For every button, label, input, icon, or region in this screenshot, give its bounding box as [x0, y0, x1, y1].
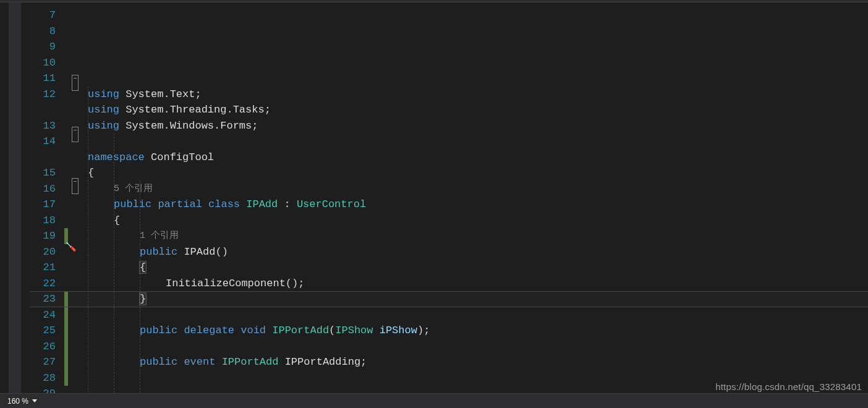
text-caret — [146, 293, 147, 305]
code-line[interactable]: namespace ConfigTool — [88, 150, 868, 166]
code-editor[interactable]: 789101112 1314 1516171819202122232425262… — [0, 2, 868, 396]
code-content[interactable]: using System.Text;using System.Threading… — [82, 2, 868, 396]
line-number[interactable]: 26 — [21, 339, 56, 355]
line-number[interactable]: 15 — [21, 165, 56, 181]
line-number[interactable]: 23 — [21, 291, 56, 307]
line-number[interactable]: 25 — [21, 323, 56, 339]
line-number[interactable]: 14 — [21, 134, 56, 150]
code-line[interactable]: public event IPPortAdd IPPortAdding; — [88, 354, 868, 370]
code-line[interactable]: public IPAdd() — [88, 244, 868, 260]
fold-gutter[interactable] — [68, 2, 82, 396]
line-number[interactable]: 20 — [21, 244, 56, 260]
line-number[interactable]: 24 — [21, 307, 56, 323]
line-number[interactable]: 21 — [21, 260, 56, 276]
code-line[interactable] — [88, 339, 868, 355]
line-number[interactable]: 13 — [21, 118, 56, 134]
code-line[interactable]: public delegate void IPPortAdd(IPShow iP… — [88, 323, 868, 339]
line-number[interactable]: 7 — [21, 7, 56, 23]
line-number[interactable]: 19 — [21, 228, 56, 244]
line-number[interactable]: 28 — [21, 370, 56, 386]
fold-toggle[interactable] — [72, 178, 79, 194]
zoom-value: 160 % — [7, 397, 28, 406]
code-line[interactable]: public partial class IPAdd : UserControl — [88, 197, 868, 213]
line-number[interactable]: 8 — [21, 23, 56, 40]
line-number[interactable]: 11 — [21, 70, 56, 87]
chevron-down-icon — [32, 399, 37, 402]
line-number[interactable]: 16 — [21, 181, 56, 197]
status-bar: 160 % — [0, 393, 868, 408]
line-number[interactable]: 27 — [21, 354, 56, 370]
zoom-dropdown[interactable]: 160 % — [5, 397, 40, 406]
codelens-row[interactable]: 5 个引用 — [88, 181, 868, 197]
fold-toggle[interactable] — [72, 127, 79, 143]
codelens-row[interactable]: 1 个引用 — [88, 228, 868, 244]
line-number[interactable]: 22 — [21, 276, 56, 292]
codelens-references[interactable]: 5 个引用 — [114, 181, 868, 197]
left-margin — [0, 2, 9, 396]
overview-ruler[interactable] — [9, 2, 21, 396]
code-line[interactable]: using System.Windows.Forms; — [88, 118, 868, 134]
codelens-references[interactable]: 1 个引用 — [140, 228, 868, 244]
code-line[interactable]: { — [88, 165, 868, 181]
line-number[interactable]: 18 — [21, 213, 56, 229]
code-line[interactable] — [88, 307, 868, 323]
line-number-gutter[interactable]: 789101112 1314 1516171819202122232425262… — [21, 2, 64, 396]
code-line[interactable]: } — [88, 291, 868, 307]
code-line[interactable]: InitializeComponent(); — [88, 276, 868, 292]
code-line[interactable]: using System.Text; — [88, 87, 868, 103]
code-line[interactable] — [88, 370, 868, 386]
line-number[interactable]: 9 — [21, 39, 56, 55]
fold-toggle[interactable] — [72, 75, 79, 91]
code-line[interactable]: using System.Threading.Tasks; — [88, 102, 868, 118]
line-number[interactable]: 12 — [21, 87, 56, 103]
code-line[interactable]: { — [88, 260, 868, 276]
line-number[interactable]: 10 — [21, 55, 56, 71]
code-line[interactable]: { — [88, 213, 868, 229]
line-number[interactable]: 17 — [21, 197, 56, 213]
code-line[interactable] — [88, 134, 868, 150]
